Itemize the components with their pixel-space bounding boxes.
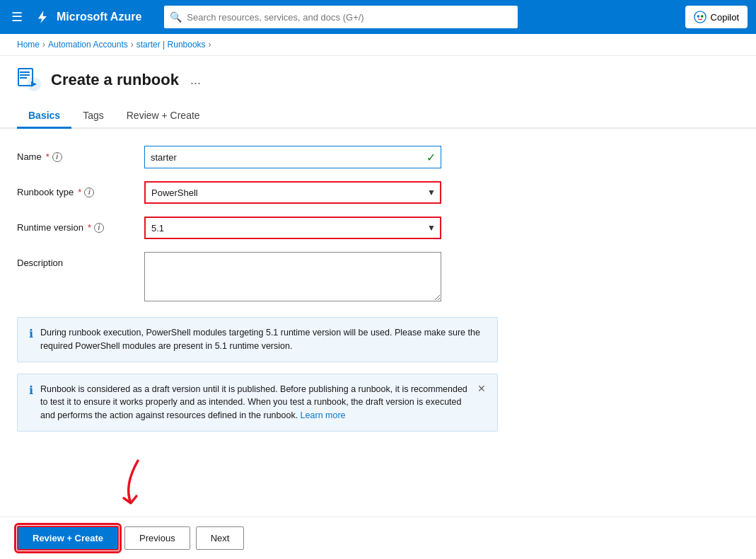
name-row: Name * i ✓ <box>17 146 492 168</box>
hamburger-menu-icon[interactable]: ☰ <box>8 6 25 28</box>
page-title: Create a runbook <box>51 71 179 89</box>
breadcrumb-sep-1: › <box>42 40 45 50</box>
runtime-version-row: Runtime version * i 5.1 7.1 7.2 ▼ <box>17 217 492 239</box>
svg-point-0 <box>694 11 705 23</box>
name-input-wrap: ✓ <box>144 146 492 168</box>
name-info-icon[interactable]: i <box>52 152 62 162</box>
main-content: Home › Automation Accounts › starter | R… <box>0 34 756 536</box>
name-required: * <box>46 151 50 162</box>
info-box-close-icon[interactable]: ✕ <box>477 383 486 394</box>
name-field-container: ✓ <box>144 146 441 168</box>
page-header: Create a runbook ... <box>0 56 756 93</box>
runtime-version-info-icon[interactable]: i <box>94 223 104 233</box>
breadcrumb-automation[interactable]: Automation Accounts <box>48 40 128 50</box>
tab-basics[interactable]: Basics <box>17 104 71 129</box>
breadcrumb: Home › Automation Accounts › starter | R… <box>0 34 756 56</box>
runbook-type-required: * <box>78 187 81 197</box>
previous-button[interactable]: Previous <box>124 526 190 550</box>
name-check-icon: ✓ <box>426 151 436 164</box>
svg-point-2 <box>700 15 703 18</box>
info-box-powershell: ℹ During runbook execution, PowerShell m… <box>17 317 498 362</box>
azure-logo-text: Microsoft Azure <box>57 11 141 23</box>
review-create-button[interactable]: Review + Create <box>17 526 119 551</box>
name-input[interactable] <box>144 146 441 168</box>
runtime-version-required: * <box>88 222 91 233</box>
description-textarea[interactable] <box>144 252 441 301</box>
form-section: Name * i ✓ Runbook type * i Pow <box>0 146 509 304</box>
search-bar: 🔍 <box>164 6 518 28</box>
copilot-label: Copilot <box>711 12 739 23</box>
runbook-icon <box>17 67 42 93</box>
runbook-type-info-icon[interactable]: i <box>84 188 94 197</box>
description-label: Description <box>17 252 144 268</box>
info-box-1-icon: ℹ <box>29 327 33 340</box>
info-box-1-text: During runbook execution, PowerShell mod… <box>40 326 486 353</box>
topbar: ☰ Microsoft Azure 🔍 Copilot <box>0 0 756 34</box>
page-more-options[interactable]: ... <box>190 73 201 88</box>
svg-rect-5 <box>20 77 27 79</box>
tab-review-create[interactable]: Review + Create <box>115 104 211 129</box>
runtime-version-input-wrap: 5.1 7.1 7.2 ▼ <box>144 217 492 239</box>
next-button[interactable]: Next <box>196 526 245 550</box>
copilot-button[interactable]: Copilot <box>685 6 748 28</box>
topbar-right: Copilot <box>685 6 748 28</box>
description-input-wrap <box>144 252 492 304</box>
info-box-draft: ℹ Runbook is considered as a draft versi… <box>17 374 498 432</box>
search-icon: 🔍 <box>170 11 182 23</box>
info-box-2-text: Runbook is considered as a draft version… <box>40 383 470 422</box>
bottom-bar: Review + Create Previous Next <box>0 517 756 559</box>
svg-rect-4 <box>20 74 30 76</box>
svg-rect-3 <box>20 71 30 73</box>
name-label: Name * i <box>17 146 144 162</box>
breadcrumb-sep-2: › <box>131 40 134 50</box>
runbook-type-row: Runbook type * i PowerShell Python 3 Pyt… <box>17 181 492 204</box>
runtime-version-select[interactable]: 5.1 7.1 7.2 <box>144 217 441 239</box>
breadcrumb-home[interactable]: Home <box>17 40 40 50</box>
description-row: Description <box>17 252 492 304</box>
runbook-type-label: Runbook type * i <box>17 181 144 197</box>
azure-logo-icon <box>34 8 51 25</box>
breadcrumb-starter-runbooks[interactable]: starter | Runbooks <box>136 40 206 50</box>
runbook-type-input-wrap: PowerShell Python 3 Python 2 Graphical P… <box>144 181 492 204</box>
runbook-type-select-wrap: PowerShell Python 3 Python 2 Graphical P… <box>144 181 441 204</box>
search-input[interactable] <box>164 6 518 28</box>
azure-logo[interactable]: Microsoft Azure <box>34 8 141 25</box>
info-box-2-icon: ℹ <box>29 384 33 397</box>
runtime-version-select-wrap: 5.1 7.1 7.2 ▼ <box>144 217 441 239</box>
svg-point-1 <box>697 15 699 18</box>
copilot-icon <box>694 11 706 23</box>
runbook-type-select[interactable]: PowerShell Python 3 Python 2 Graphical P… <box>144 181 441 204</box>
learn-more-link[interactable]: Learn more <box>301 410 346 420</box>
tab-tags[interactable]: Tags <box>71 104 115 129</box>
tabs: Basics Tags Review + Create <box>0 93 756 129</box>
runtime-version-label: Runtime version * i <box>17 217 144 233</box>
breadcrumb-sep-3: › <box>209 40 211 50</box>
